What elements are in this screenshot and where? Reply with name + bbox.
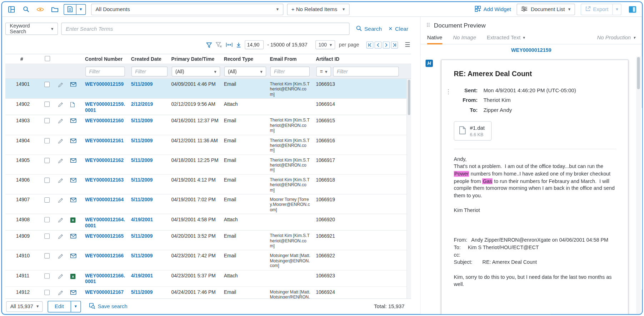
edit-icon[interactable] xyxy=(56,136,69,146)
table-scrollbar-thumb[interactable] xyxy=(408,80,410,115)
jump-to-bottom-icon[interactable] xyxy=(236,42,241,48)
dashboard-layout-icon[interactable] xyxy=(6,4,17,14)
email-from-filter-input[interactable] xyxy=(270,66,310,76)
edit-icon[interactable] xyxy=(56,100,69,110)
row-checkbox[interactable] xyxy=(38,271,56,279)
table-row[interactable]: 14907 WEY0000012164 5/11/2009 04/19/2001… xyxy=(5,194,411,214)
edit-icon[interactable] xyxy=(56,252,69,261)
edit-icon[interactable] xyxy=(56,288,69,298)
control-number-link[interactable]: WEY0000012159 xyxy=(85,82,124,87)
search-icon[interactable] xyxy=(20,4,31,14)
export-chevron-down-icon[interactable]: ▾ xyxy=(613,4,621,15)
column-width-icon[interactable] xyxy=(226,42,232,47)
row-checkbox[interactable] xyxy=(38,156,56,164)
column-header-control-number[interactable]: Control Number xyxy=(83,56,129,62)
export-button[interactable]: Export xyxy=(581,4,613,15)
search-button[interactable]: Search xyxy=(356,25,382,33)
drag-handle-icon[interactable]: ⠿ xyxy=(426,22,430,28)
page-start-input[interactable] xyxy=(245,40,264,49)
column-header-number[interactable]: # xyxy=(5,56,38,62)
tab-no-image[interactable]: No Image xyxy=(453,35,476,44)
next-page-button[interactable] xyxy=(383,41,390,49)
created-date-link[interactable]: 5/11/2009 xyxy=(131,177,153,183)
documents-scope-dropdown[interactable]: All Documents ▾ xyxy=(91,4,283,15)
control-number-link[interactable]: WEY0000012162 xyxy=(85,157,124,163)
edit-icon[interactable] xyxy=(56,271,69,281)
edit-icon[interactable] xyxy=(56,196,69,205)
table-row[interactable]: 14910 WEY0000012166 5/11/2009 04/23/2001… xyxy=(5,251,411,270)
column-header-record-type[interactable]: Record Type xyxy=(222,56,268,62)
control-number-link[interactable]: WEY0000012161 xyxy=(85,138,124,143)
created-date-link[interactable]: 4/19/2001 xyxy=(131,217,153,222)
table-row[interactable]: 14906 WEY0000012163 5/11/2009 04/19/2001… xyxy=(5,174,411,194)
row-checkbox[interactable] xyxy=(38,288,56,296)
filter-icon[interactable] xyxy=(206,42,212,48)
document-browser-chevron-down-icon[interactable]: ▾ xyxy=(76,4,85,14)
edit-icon[interactable] xyxy=(56,80,69,90)
edit-icon[interactable] xyxy=(56,117,69,126)
control-number-link[interactable]: WEY0000012166 xyxy=(85,253,124,259)
mass-operation-scope-dropdown[interactable]: All 15,937 ▾ xyxy=(6,301,43,312)
eye-icon[interactable] xyxy=(35,4,46,14)
control-number-filter-input[interactable] xyxy=(85,66,125,76)
highlight-nav-icon[interactable]: H xyxy=(425,60,433,67)
created-date-link[interactable]: 5/11/2009 xyxy=(131,289,153,295)
created-date-filter-input[interactable] xyxy=(131,66,168,76)
column-header-artifact-id[interactable]: Artifact ID xyxy=(314,56,411,62)
created-date-link[interactable]: 5/11/2009 xyxy=(131,197,153,203)
add-widget-button[interactable]: Add Widget xyxy=(475,6,511,13)
preview-scrollbar[interactable] xyxy=(636,56,641,314)
artifact-id-filter-input[interactable] xyxy=(333,66,399,76)
edit-icon[interactable] xyxy=(56,232,69,242)
control-number-link[interactable]: WEY0000012165 xyxy=(85,233,124,239)
attachment-chip[interactable]: #1.dat 6.6 KB xyxy=(454,121,492,140)
table-row[interactable]: 14912 WEY0000012167 5/11/2009 04/24/2001… xyxy=(5,287,411,298)
created-date-link[interactable]: 2/12/2019 xyxy=(131,101,153,107)
row-checkbox[interactable] xyxy=(38,252,56,260)
table-row[interactable]: 14911 X WEY0000012166.0001 4/19/2001 04/… xyxy=(5,270,411,287)
related-items-dropdown[interactable]: + No Related Items ▾ xyxy=(287,4,349,15)
created-date-link[interactable]: 5/11/2009 xyxy=(131,157,153,163)
row-checkbox[interactable] xyxy=(38,117,56,124)
row-checkbox[interactable] xyxy=(38,100,56,108)
row-checkbox[interactable] xyxy=(38,176,56,184)
row-checkbox[interactable] xyxy=(38,232,56,240)
select-all-checkbox[interactable] xyxy=(38,56,56,62)
column-header-primary-date[interactable]: Primary Date/Time xyxy=(170,56,222,62)
folder-icon[interactable] xyxy=(49,4,60,14)
table-row[interactable]: 14902 WEY0000012159.0001 2/12/2019 02/12… xyxy=(5,99,411,115)
table-row[interactable]: 14909 WEY0000012165 5/11/2009 04/20/2001… xyxy=(5,231,411,250)
table-scrollbar[interactable] xyxy=(406,79,411,298)
created-date-link[interactable]: 5/11/2009 xyxy=(131,138,153,143)
row-checkbox[interactable] xyxy=(38,80,56,88)
edit-icon[interactable] xyxy=(56,216,69,225)
table-row[interactable]: 14904 WEY0000012161 5/11/2009 04/12/2001… xyxy=(5,135,411,155)
row-checkbox[interactable] xyxy=(38,196,56,203)
edit-button[interactable]: Edit xyxy=(48,301,71,312)
document-browser-icon[interactable] xyxy=(64,4,76,14)
last-page-button[interactable] xyxy=(391,41,398,49)
table-row[interactable]: 14905 WEY0000012162 5/11/2009 04/18/2001… xyxy=(5,155,411,174)
search-input[interactable] xyxy=(61,23,349,35)
control-number-link[interactable]: WEY0000012163 xyxy=(85,177,124,183)
record-type-filter-dropdown[interactable]: (All) ▾ xyxy=(224,66,266,76)
artifact-operator-dropdown[interactable]: = ▾ xyxy=(316,66,331,76)
pane-splitter[interactable] xyxy=(414,17,420,314)
prev-page-button[interactable] xyxy=(374,41,381,49)
search-mode-dropdown[interactable]: Keyword Search ▾ xyxy=(5,23,58,35)
row-checkbox[interactable] xyxy=(38,136,56,144)
control-number-link[interactable]: WEY0000012166.0001 xyxy=(85,273,125,285)
table-row[interactable]: 14901 WEY0000012159 5/11/2009 04/09/2001… xyxy=(5,79,411,99)
tab-extracted-text[interactable]: Extracted Text ▾ xyxy=(487,35,525,44)
tab-native[interactable]: Native xyxy=(427,35,442,44)
table-row[interactable]: 14908 X WEY0000012164.0001 4/19/2001 04/… xyxy=(5,214,411,231)
primary-date-filter-dropdown[interactable]: (All) ▾ xyxy=(172,66,220,76)
created-date-link[interactable]: 5/11/2009 xyxy=(131,118,153,123)
created-date-link[interactable]: 5/11/2009 xyxy=(131,253,153,259)
clear-button[interactable]: ✕ Clear xyxy=(389,26,409,32)
clear-filters-icon[interactable] xyxy=(215,42,222,48)
first-page-button[interactable] xyxy=(366,41,373,49)
control-number-link[interactable]: WEY0000012167 xyxy=(85,289,124,295)
column-header-created-date[interactable]: Created Date xyxy=(129,56,170,62)
control-number-link[interactable]: WEY0000012164 xyxy=(85,197,124,203)
